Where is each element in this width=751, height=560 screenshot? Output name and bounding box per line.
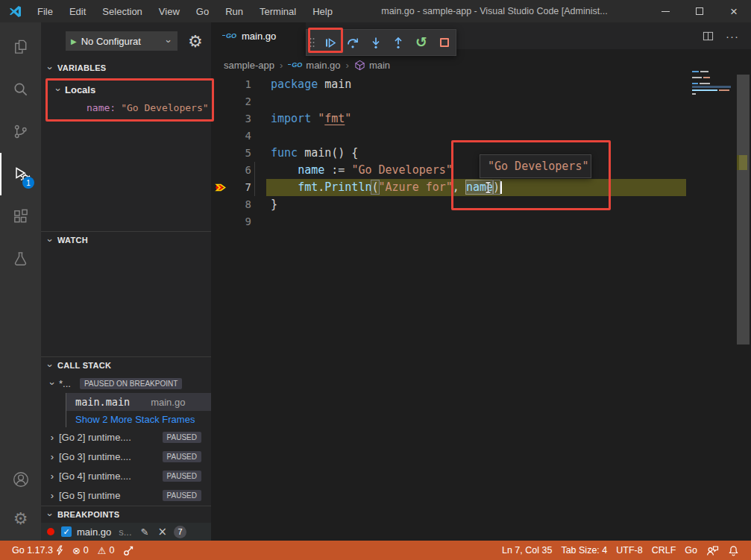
breakpoint-row[interactable]: ✓ main.go s... ✎ × 7 — [41, 523, 211, 541]
continue-button[interactable] — [318, 29, 342, 56]
breadcrumb-item-main[interactable]: main — [354, 60, 390, 71]
status-item-0[interactable]: ⚠0 — [93, 545, 119, 556]
menu-terminal[interactable]: Terminal — [251, 6, 304, 17]
glyph-margin[interactable] — [211, 128, 229, 145]
status-bar-left: Go 1.17.3⊗0⚠0 — [7, 545, 139, 556]
thread-status-badge: PAUSED — [163, 432, 201, 443]
split-editor-icon[interactable] — [703, 31, 714, 42]
code-token: name — [466, 180, 493, 194]
code-line-1[interactable]: 1package main — [211, 76, 751, 93]
breakpoint-checkbox[interactable]: ✓ — [61, 526, 72, 537]
workbench: 1 ⚙ ▶ No Configurat › ⚙ › VARIABLES › Lo… — [0, 22, 751, 541]
activity-item-account[interactable] — [0, 460, 41, 499]
breakpoint-current-line-icon[interactable] — [211, 179, 229, 196]
status-item-ln-7-col-35[interactable]: Ln 7, Col 35 — [497, 545, 556, 556]
activity-bar-bottom: ⚙ — [0, 460, 41, 541]
stop-button[interactable] — [433, 29, 456, 56]
activity-item-search[interactable] — [0, 68, 41, 110]
activity-item-extensions[interactable] — [0, 195, 41, 238]
locals-scope-row[interactable]: › Locals — [48, 81, 212, 98]
edit-breakpoint-icon[interactable]: ✎ — [141, 526, 149, 538]
watch-header[interactable]: › WATCH — [41, 232, 211, 248]
status-item-go-1-17-3[interactable]: Go 1.17.3 — [7, 545, 68, 556]
call-stack-thread[interactable]: ›[Go 2] runtime....PAUSED — [41, 427, 211, 447]
breakpoint-line-badge: 7 — [174, 526, 186, 538]
debug-config-dropdown[interactable]: ▶ No Configurat › — [66, 31, 177, 51]
glyph-margin[interactable] — [211, 162, 229, 179]
step-into-button[interactable] — [364, 29, 387, 56]
breadcrumb-label: main.go — [306, 60, 340, 71]
step-into-icon — [369, 37, 383, 49]
status-item-utf-8[interactable]: UTF-8 — [612, 545, 647, 556]
activity-item-settings[interactable]: ⚙ — [0, 499, 41, 538]
status-item-debug-status-icon[interactable] — [119, 545, 139, 556]
menu-help[interactable]: Help — [304, 6, 341, 17]
restart-button[interactable]: ↺ — [410, 29, 433, 56]
code-line-4[interactable]: 4 — [211, 128, 751, 145]
tab-main-go[interactable]: GO main.go — [211, 22, 306, 49]
minimize-button[interactable] — [648, 0, 682, 22]
line-content: name := "Go Developers" — [251, 162, 453, 179]
status-item-feedback-icon[interactable] — [702, 545, 723, 556]
call-stack-header[interactable]: › CALL STACK — [41, 357, 211, 374]
code-line-2[interactable]: 2 — [211, 93, 751, 110]
step-out-button[interactable] — [387, 29, 410, 56]
activity-item-run-and-debug[interactable]: 1 — [0, 153, 41, 195]
code-token: main — [318, 78, 351, 91]
thread-label: [Go 3] runtime.... — [59, 451, 131, 462]
variable-row[interactable]: name: "Go Developers" — [48, 98, 212, 116]
glyph-margin[interactable] — [211, 145, 229, 162]
gear-icon: ⚙ — [13, 509, 28, 528]
stack-frame-row-selected[interactable]: main.main main.go — [66, 393, 211, 411]
menu-run[interactable]: Run — [217, 6, 251, 17]
menu-go[interactable]: Go — [188, 6, 217, 17]
close-icon: × — [730, 5, 738, 18]
chevron-right-icon: › — [48, 471, 56, 482]
code-token: main() { — [298, 146, 358, 160]
maximize-button[interactable] — [682, 0, 717, 22]
activity-item-explorer[interactable] — [0, 25, 41, 68]
status-item-0[interactable]: ⊗0 — [68, 545, 93, 556]
activity-item-testing[interactable] — [0, 238, 41, 280]
call-stack-thread[interactable]: ›[Go 4] runtime....PAUSED — [41, 466, 211, 485]
line-number: 4 — [229, 128, 251, 145]
variable-value: "Go Developers" — [121, 102, 208, 113]
close-button[interactable]: × — [717, 0, 751, 22]
code-line-7[interactable]: 7 fmt.Println("Azure for", name) — [211, 179, 751, 196]
breadcrumb-item-sample-app[interactable]: sample-app — [224, 60, 274, 71]
minimap[interactable] — [691, 69, 737, 104]
code-line-3[interactable]: 3import "fmt" — [211, 110, 751, 128]
debug-session-row[interactable]: › *... PAUSED ON BREAKPOINT — [41, 374, 211, 393]
toolbar-grip-icon[interactable] — [307, 36, 318, 49]
glyph-margin[interactable] — [211, 213, 229, 230]
glyph-margin[interactable] — [211, 196, 229, 213]
menu-edit[interactable]: Edit — [61, 6, 94, 17]
call-stack-thread[interactable]: ›[Go 3] runtime....PAUSED — [41, 447, 211, 466]
thread-status-badge: PAUSED — [163, 471, 201, 482]
code-line-8[interactable]: 8} — [211, 196, 751, 213]
status-item-go[interactable]: Go — [680, 545, 702, 556]
activity-item-source-control[interactable] — [0, 110, 41, 153]
start-debug-icon: ▶ — [71, 37, 77, 45]
locals-scope-label: Locals — [65, 84, 95, 95]
show-more-frames-link[interactable]: Show 2 More Stack Frames — [66, 411, 211, 427]
status-item-tab-size-4[interactable]: Tab Size: 4 — [556, 545, 612, 556]
breakpoints-header[interactable]: › BREAKPOINTS — [41, 506, 211, 523]
menu-view[interactable]: View — [151, 6, 188, 17]
editor-scrollbar[interactable] — [737, 22, 750, 541]
variables-header[interactable]: › VARIABLES — [41, 60, 211, 76]
call-stack-thread[interactable]: ›[Go 5] runtimePAUSED — [41, 485, 211, 505]
debug-settings-gear-icon[interactable]: ⚙ — [188, 32, 203, 51]
menu-file[interactable]: File — [29, 6, 61, 17]
status-item-bell-icon[interactable] — [723, 545, 744, 556]
line-number: 2 — [229, 93, 251, 110]
remove-breakpoint-icon[interactable]: × — [158, 525, 168, 538]
scrollbar-thumb[interactable] — [737, 75, 750, 345]
code-line-9[interactable]: 9 — [211, 213, 751, 230]
breadcrumb-item-main-go[interactable]: GOmain.go — [288, 60, 340, 71]
step-over-button[interactable] — [342, 29, 365, 56]
menu-selection[interactable]: Selection — [94, 6, 150, 17]
code-token: "Azure for" — [379, 180, 453, 194]
status-item-crlf[interactable]: CRLF — [647, 545, 681, 556]
status-label: 0 — [84, 545, 89, 556]
